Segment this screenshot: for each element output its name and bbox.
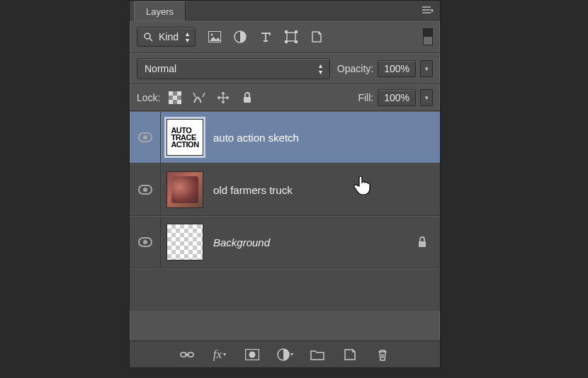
blend-mode-label: Normal — [145, 63, 176, 74]
svg-rect-7 — [285, 40, 288, 43]
layer-name[interactable]: old farmers truck — [213, 184, 293, 196]
eye-icon — [138, 132, 152, 142]
svg-rect-14 — [177, 100, 181, 104]
layer-thumbnail[interactable] — [166, 171, 203, 208]
filter-toggle-switch[interactable] — [423, 28, 433, 45]
lock-transparency-icon[interactable] — [167, 90, 183, 105]
updown-icon: ▴▾ — [186, 30, 189, 43]
panel-menu-button[interactable] — [420, 4, 436, 17]
layer-row[interactable]: old farmers truck — [130, 164, 440, 216]
svg-rect-6 — [295, 30, 298, 33]
layer-style-icon[interactable]: fx▾ — [210, 345, 229, 364]
link-layers-icon[interactable] — [178, 345, 196, 364]
layer-name[interactable]: Background — [213, 236, 270, 248]
tab-layers[interactable]: Layers — [134, 1, 186, 21]
svg-rect-8 — [295, 40, 298, 43]
fill-label: Fill: — [358, 92, 373, 103]
svg-rect-15 — [244, 97, 251, 103]
svg-rect-11 — [177, 91, 181, 96]
layers-list: autotraceaction auto action sketch old f… — [130, 111, 440, 311]
lock-position-icon[interactable] — [215, 90, 231, 105]
lock-icon — [417, 236, 427, 248]
updown-icon: ▴▾ — [319, 62, 322, 75]
lock-label: Lock: — [137, 92, 160, 103]
layer-thumbnail[interactable]: autotraceaction — [166, 119, 203, 156]
svg-point-20 — [249, 351, 256, 357]
opacity-group: Opacity: 100% ▾ — [337, 60, 433, 77]
visibility-toggle[interactable] — [130, 217, 161, 268]
panel-tab-bar: Layers — [130, 1, 440, 21]
new-adjustment-icon[interactable]: ▾ — [276, 345, 294, 364]
new-layer-icon[interactable] — [341, 345, 359, 364]
filter-shape-icon[interactable] — [283, 29, 299, 45]
filter-type-icon[interactable] — [258, 29, 273, 45]
svg-rect-5 — [285, 30, 288, 33]
svg-rect-12 — [173, 96, 177, 100]
blend-row: Normal ▴▾ Opacity: 100% ▾ — [130, 53, 440, 84]
layers-empty-area — [130, 268, 440, 311]
fill-dropdown[interactable]: ▾ — [420, 89, 433, 106]
add-mask-icon[interactable] — [243, 345, 261, 364]
opacity-dropdown[interactable]: ▾ — [420, 60, 433, 77]
opacity-value[interactable]: 100% — [378, 60, 416, 77]
svg-point-0 — [145, 33, 150, 39]
layers-panel: Layers Kind ▴▾ — [129, 0, 441, 368]
blend-mode-select[interactable]: Normal ▴▾ — [137, 58, 330, 79]
fill-group: Fill: 100% ▾ — [358, 89, 433, 106]
eye-icon — [138, 237, 152, 247]
layer-row[interactable]: Background — [130, 216, 440, 268]
lock-all-icon[interactable] — [239, 90, 255, 105]
visibility-toggle[interactable] — [130, 164, 161, 215]
layer-thumbnail[interactable] — [166, 224, 203, 260]
lock-row: Lock: Fill: 100% ▾ — [130, 84, 440, 111]
svg-rect-13 — [169, 100, 173, 104]
filter-type-icons — [207, 29, 324, 45]
opacity-label: Opacity: — [337, 63, 373, 74]
svg-rect-16 — [419, 241, 426, 247]
filter-kind-label: Kind — [159, 31, 179, 42]
svg-rect-4 — [287, 33, 295, 41]
panel-bottom-bar: fx▾ ▾ — [130, 340, 440, 367]
search-icon — [143, 32, 153, 42]
filter-adjustment-icon[interactable] — [232, 29, 248, 45]
new-group-icon[interactable] — [308, 345, 327, 364]
lock-image-icon[interactable] — [191, 90, 207, 105]
filter-smartobject-icon[interactable] — [309, 29, 324, 45]
svg-rect-10 — [169, 91, 173, 96]
visibility-toggle[interactable] — [130, 112, 161, 163]
layer-row[interactable]: autotraceaction auto action sketch — [130, 111, 440, 164]
svg-point-2 — [211, 34, 213, 36]
layer-name[interactable]: auto action sketch — [213, 132, 299, 144]
fill-value[interactable]: 100% — [378, 89, 416, 106]
filter-kind-select[interactable]: Kind ▴▾ — [137, 27, 196, 47]
filter-pixel-icon[interactable] — [207, 29, 222, 45]
delete-layer-icon[interactable] — [373, 345, 392, 364]
filter-row: Kind ▴▾ — [130, 21, 440, 53]
lock-icons — [167, 90, 255, 105]
eye-icon — [138, 185, 152, 195]
